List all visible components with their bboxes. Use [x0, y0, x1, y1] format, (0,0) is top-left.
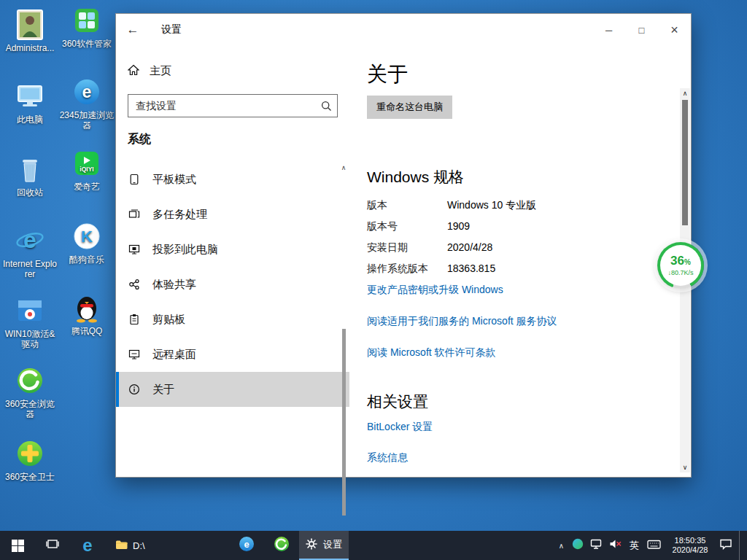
- taskbar-360-browser-button[interactable]: [264, 531, 299, 560]
- taskbar-settings-button[interactable]: 设置: [299, 531, 349, 560]
- show-desktop-button[interactable]: [739, 531, 743, 560]
- minimize-icon: ─: [605, 25, 612, 36]
- sidebar-item-label: 远程桌面: [152, 348, 196, 362]
- bitlocker-settings-link[interactable]: BitLocker 设置: [367, 421, 433, 434]
- tencent-qq-icon: [71, 292, 103, 324]
- search-icon[interactable]: [315, 101, 337, 112]
- license-terms-link[interactable]: 阅读 Microsoft 软件许可条款: [367, 346, 496, 359]
- tray-360-icon[interactable]: [572, 538, 584, 553]
- desktop-icon-2345-browser[interactable]: e 2345加速浏览器: [58, 76, 115, 131]
- touch-keyboard-icon[interactable]: [647, 539, 661, 553]
- desktop-icon-360-software[interactable]: 360软件管家: [58, 4, 115, 49]
- rename-pc-button[interactable]: 重命名这台电脑: [367, 96, 452, 119]
- sidebar-item-remote-desktop[interactable]: 远程桌面: [116, 337, 349, 372]
- windows-logo-icon: [12, 540, 24, 552]
- titlebar: ← 设置 ─ □ ×: [116, 14, 691, 46]
- 360-software-icon: [71, 4, 103, 36]
- sidebar-scrollbar-thumb[interactable]: [342, 329, 346, 516]
- taskbar-edge-button[interactable]: e: [70, 531, 105, 560]
- task-view-button[interactable]: [35, 531, 70, 560]
- tablet-mode-icon: [128, 174, 141, 185]
- content-scrollbar-thumb[interactable]: [682, 100, 688, 225]
- network-icon[interactable]: [590, 538, 603, 553]
- spec-label: 版本: [367, 199, 447, 212]
- windows-spec-heading: Windows 规格: [367, 167, 660, 187]
- sidebar-item-about[interactable]: 关于: [116, 372, 349, 407]
- sidebar-section-label: 系统: [116, 125, 349, 147]
- administrator-icon: [14, 9, 46, 41]
- services-agreement-link[interactable]: 阅读适用于我们服务的 Microsoft 服务协议: [367, 315, 557, 328]
- desktop-icon-360-browser[interactable]: 360安全浏览器: [1, 365, 58, 419]
- spec-value: 2020/4/28: [447, 241, 492, 254]
- network-speed: ↓80.7K/s: [667, 269, 693, 276]
- desktop-icon-label: 腾讯QQ: [58, 326, 115, 336]
- desktop-icon-iqiyi[interactable]: iQIYI 爱奇艺: [58, 147, 115, 192]
- tray-expand-icon[interactable]: ∧: [557, 542, 565, 550]
- language-indicator[interactable]: 英: [628, 539, 640, 552]
- change-product-key-link[interactable]: 更改产品密钥或升级 Windows: [367, 284, 503, 297]
- desktop-icon-win10-activate[interactable]: WIN10激活&驱动: [1, 295, 58, 349]
- desktop-icon-360-safe[interactable]: 360安全卫士: [1, 438, 58, 482]
- svg-text:e: e: [244, 539, 249, 550]
- memory-percent-value: 36: [670, 254, 684, 268]
- svg-text:e: e: [23, 227, 36, 253]
- desktop-icon-label: Internet Explorer: [1, 259, 58, 279]
- chevron-up-icon[interactable]: ∧: [680, 88, 690, 98]
- minimize-button[interactable]: ─: [592, 14, 625, 46]
- desktop-icon-kugou[interactable]: K 酷狗音乐: [58, 220, 115, 265]
- desktop-icon-label: 2345加速浏览器: [58, 110, 115, 131]
- settings-body: 主页 系统 平板模式 多任务处理: [116, 46, 691, 477]
- volume-muted-icon[interactable]: [609, 539, 622, 552]
- drive-label: D:\: [133, 540, 145, 551]
- 360-speed-ball[interactable]: 36% ↓80.7K/s: [657, 242, 704, 289]
- task-view-icon: [46, 538, 59, 553]
- maximize-button[interactable]: □: [625, 14, 658, 46]
- spec-value: Windows 10 专业版: [447, 199, 536, 212]
- 360-browser-icon: [14, 365, 46, 397]
- spec-row: 安装日期 2020/4/28: [367, 241, 660, 254]
- project-to-pc-icon: [128, 244, 141, 255]
- system-info-link[interactable]: 系统信息: [367, 451, 408, 464]
- sidebar-item-multitasking[interactable]: 多任务处理: [116, 197, 349, 232]
- svg-text:iQIYI: iQIYI: [80, 166, 93, 173]
- taskbar-explorer-drive[interactable]: D:\: [105, 531, 155, 560]
- sidebar-scrollbar[interactable]: ∧: [339, 163, 348, 474]
- desktop-icon-qq[interactable]: 腾讯QQ: [58, 292, 115, 336]
- desktop-icon-internet-explorer[interactable]: e Internet Explorer: [1, 225, 58, 279]
- 2345-browser-icon: e: [239, 536, 255, 555]
- taskbar-2345-browser-button[interactable]: e: [229, 531, 264, 560]
- sidebar-nav: 平板模式 多任务处理 投影到此电脑 体验共享 剪贴板: [116, 162, 349, 407]
- related-settings-heading: 相关设置: [367, 392, 660, 412]
- back-button[interactable]: ←: [116, 14, 150, 46]
- desktop-icon-this-pc[interactable]: 此电脑: [1, 80, 58, 125]
- page-title: 关于: [367, 61, 660, 88]
- desktop-icon-administrator[interactable]: Administra...: [1, 9, 58, 53]
- desktop-icon-label: 360安全卫士: [1, 472, 58, 482]
- sidebar-item-tablet-mode[interactable]: 平板模式: [116, 162, 349, 197]
- desktop-icon-recycle-bin[interactable]: 回收站: [1, 153, 58, 198]
- desktop-icon-label: 爱奇艺: [58, 182, 115, 192]
- desktop-icon-label: 回收站: [1, 187, 58, 198]
- sidebar-item-clipboard[interactable]: 剪贴板: [116, 302, 349, 337]
- edge-icon: e: [82, 537, 92, 554]
- speed-ball-face: 36% ↓80.7K/s: [660, 245, 701, 286]
- action-center-icon[interactable]: [719, 538, 732, 553]
- sidebar-item-label: 多任务处理: [152, 208, 207, 222]
- close-button[interactable]: ×: [658, 14, 691, 46]
- 360-browser-icon: [274, 536, 290, 555]
- taskbar-clock[interactable]: 18:50:35 2020/4/28: [667, 536, 713, 555]
- sidebar-item-home[interactable]: 主页: [116, 56, 349, 85]
- desktop-icon-label: 360软件管家: [58, 39, 115, 49]
- sidebar-item-shared-experiences[interactable]: 体验共享: [116, 267, 349, 302]
- chevron-down-icon[interactable]: ∨: [680, 462, 690, 472]
- sidebar-item-label: 平板模式: [152, 173, 196, 187]
- start-button[interactable]: [0, 531, 35, 560]
- window-title: 设置: [161, 23, 182, 36]
- desktop-icon-label: WIN10激活&驱动: [1, 329, 58, 349]
- settings-tile-label: 设置: [323, 538, 342, 551]
- 360-safe-icon: [14, 438, 46, 470]
- search-input[interactable]: [128, 100, 315, 112]
- spec-label: 版本号: [367, 220, 447, 233]
- sidebar-item-project[interactable]: 投影到此电脑: [116, 232, 349, 267]
- chevron-up-icon[interactable]: ∧: [339, 163, 348, 173]
